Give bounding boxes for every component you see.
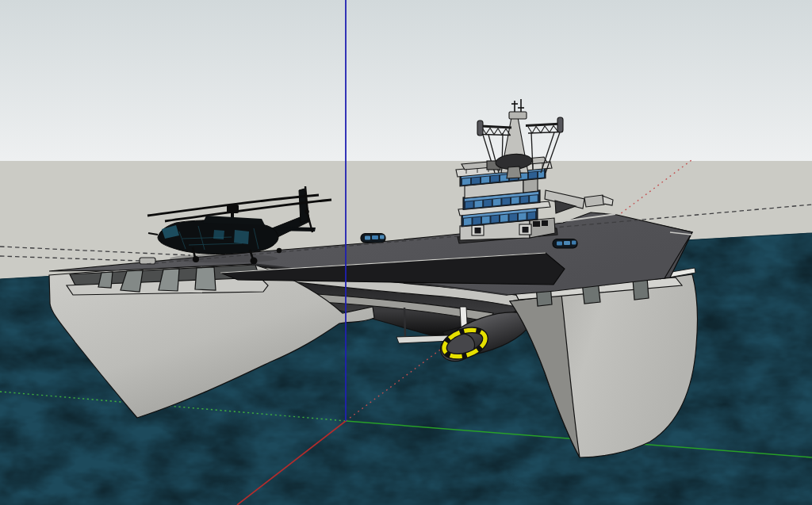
cabin-door-window — [234, 230, 249, 244]
deck-small-box[interactable] — [140, 258, 155, 264]
wheel-front — [193, 256, 199, 262]
island-base-window-2 — [519, 224, 531, 235]
mast-top-box — [509, 112, 527, 119]
modeling-viewport[interactable] — [0, 0, 812, 505]
radar-pedestal[interactable] — [507, 166, 521, 178]
port-fin-3[interactable] — [195, 267, 216, 290]
wheel-rear — [251, 258, 258, 265]
helicopter-shadow — [170, 254, 278, 263]
tail-stabilizer — [274, 227, 316, 231]
tail-wheel — [277, 248, 282, 253]
island-vent-2 — [542, 220, 548, 226]
sky — [0, 0, 812, 162]
deck-hatch-starboard[interactable] — [553, 239, 577, 249]
island-vent-1 — [533, 221, 540, 227]
pod-strut-left[interactable] — [404, 308, 405, 337]
yardarm-cap-left — [477, 121, 483, 136]
tail-rotor-hub — [304, 209, 309, 214]
island-wing-wall[interactable] — [584, 195, 604, 207]
cabin-window — [213, 230, 224, 239]
rotor-hub — [227, 205, 239, 213]
deck-hatch-port[interactable] — [361, 234, 385, 243]
scene-canvas[interactable] — [0, 0, 812, 505]
island-base-window-1 — [472, 225, 484, 235]
yardarm-cap-right — [557, 117, 563, 132]
